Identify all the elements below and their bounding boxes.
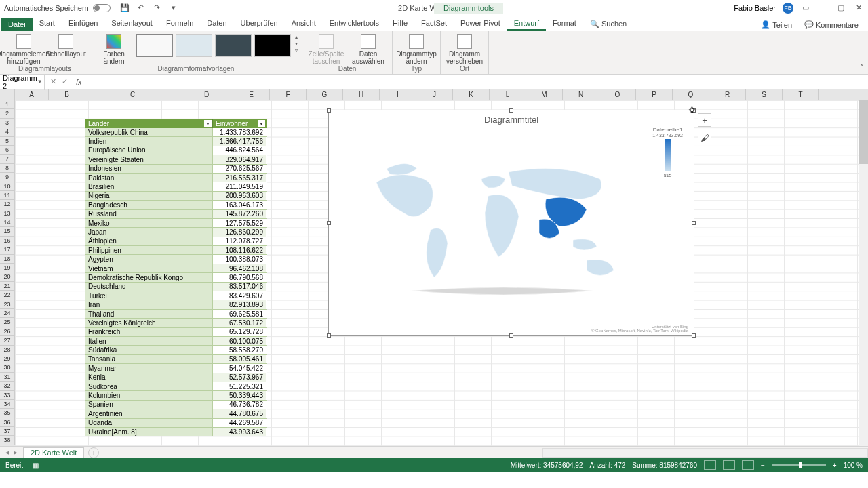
row-header[interactable]: 7 — [0, 155, 15, 163]
chart-style-2[interactable] — [176, 34, 212, 57]
autosave-toggle[interactable]: Automatisches Speichern — [4, 4, 111, 12]
resize-handle[interactable] — [327, 108, 331, 113]
column-header[interactable]: P — [636, 89, 673, 100]
cell-population[interactable]: 1.366.417.756 — [213, 137, 266, 145]
cell-country[interactable]: Tansania — [85, 355, 213, 363]
row-header[interactable]: 25 — [0, 318, 15, 327]
table-row[interactable]: Italien60.100.075 — [85, 337, 267, 346]
row-header[interactable]: 22 — [0, 291, 15, 300]
row-header[interactable]: 28 — [0, 346, 15, 354]
cell-population[interactable]: 50.339.443 — [213, 391, 266, 399]
row-header[interactable]: 33 — [0, 391, 15, 400]
toggle-switch-icon[interactable] — [93, 4, 111, 12]
tab-factset[interactable]: FactSet — [414, 17, 454, 30]
row-header[interactable]: 29 — [0, 354, 15, 363]
maximize-icon[interactable]: ▢ — [835, 3, 846, 14]
tab-entwicklertools[interactable]: Entwicklertools — [323, 17, 386, 30]
row-header[interactable]: 2 — [0, 109, 15, 118]
cell-country[interactable]: Kenia — [85, 373, 213, 382]
ribbon-display-icon[interactable]: ▭ — [800, 3, 811, 14]
table-row[interactable]: Kenia52.573.967 — [85, 373, 267, 382]
filter-dropdown-icon[interactable]: ▼ — [204, 120, 212, 127]
quick-layout-button[interactable]: Schnelllayout — [46, 34, 85, 58]
column-header[interactable]: D — [180, 89, 233, 100]
cell-population[interactable]: 100.388.073 — [213, 255, 266, 263]
cell-population[interactable]: 44.269.587 — [213, 419, 266, 427]
resize-handle[interactable] — [509, 108, 513, 113]
column-header[interactable]: T — [783, 89, 819, 100]
add-sheet-button[interactable]: + — [88, 447, 99, 458]
cell-country[interactable]: Volksrepublik China — [85, 128, 213, 136]
add-chart-element-button[interactable]: Diagrammelement hinzufügen — [4, 34, 43, 65]
column-header[interactable]: G — [307, 89, 343, 100]
row-header[interactable]: 4 — [0, 127, 15, 136]
cell-population[interactable]: 86.790.568 — [213, 273, 266, 281]
tab-seitenlayout[interactable]: Seitenlayout — [104, 17, 159, 30]
cell-country[interactable]: Indien — [85, 137, 213, 145]
zoom-slider[interactable] — [772, 464, 826, 466]
table-row[interactable]: Vereinigte Staaten329.064.917 — [85, 155, 267, 164]
cell-country[interactable]: Indonesien — [85, 165, 213, 173]
select-data-button[interactable]: Daten auswählen — [349, 34, 388, 65]
row-header[interactable]: 9 — [0, 173, 15, 182]
cell-country[interactable]: Argentinien — [85, 409, 213, 418]
comments-button[interactable]: 💬Kommentare — [800, 19, 863, 30]
cell-population[interactable]: 58.005.461 — [213, 355, 266, 363]
qat-customize-icon[interactable]: ▾ — [169, 3, 178, 13]
row-header[interactable]: 14 — [0, 218, 15, 227]
switch-row-col-button[interactable]: Zeile/Spalte tauschen — [307, 34, 346, 65]
chart-title[interactable]: Diagrammtitel — [329, 110, 694, 125]
table-row[interactable]: Demokratische Republik Kongo86.790.568 — [85, 273, 267, 282]
cell-population[interactable]: 83.517.046 — [213, 283, 266, 291]
table-row[interactable]: Europäische Union446.824.564 — [85, 146, 267, 155]
cell-country[interactable]: Ägypten — [85, 255, 213, 263]
row-header[interactable]: 6 — [0, 146, 15, 155]
cell-country[interactable]: Russland — [85, 210, 213, 218]
sheet-nav-next-icon[interactable]: ▸ — [14, 448, 18, 457]
row-header[interactable]: 18 — [0, 255, 15, 264]
table-header-population[interactable]: Einwohner▼ — [213, 119, 266, 128]
cell-population[interactable]: 163.046.173 — [213, 201, 266, 209]
cell-population[interactable]: 83.429.607 — [213, 291, 266, 300]
table-row[interactable]: Philippinen108.116.622 — [85, 246, 267, 255]
cell-population[interactable]: 82.913.893 — [213, 300, 266, 308]
cell-country[interactable]: Japan — [85, 228, 213, 236]
table-row[interactable]: Japan126.860.299 — [85, 228, 267, 237]
resize-handle[interactable] — [327, 221, 331, 225]
cell-population[interactable]: 58.558.270 — [213, 346, 266, 354]
column-header[interactable]: F — [270, 89, 307, 100]
row-header[interactable]: 8 — [0, 164, 15, 173]
cell-population[interactable]: 46.736.782 — [213, 401, 266, 409]
tab-format[interactable]: Format — [546, 17, 583, 30]
tab-power pivot[interactable]: Power Pivot — [454, 17, 507, 30]
table-row[interactable]: Tansania58.005.461 — [85, 355, 267, 364]
cell-country[interactable]: Iran — [85, 300, 213, 308]
row-header[interactable]: 31 — [0, 373, 15, 382]
cell-country[interactable]: Thailand — [85, 310, 213, 318]
row-header[interactable]: 36 — [0, 418, 15, 427]
column-header[interactable]: J — [416, 89, 453, 100]
table-row[interactable]: Myanmar54.045.422 — [85, 364, 267, 373]
cell-population[interactable]: 108.116.622 — [213, 246, 266, 254]
chart-styles-button[interactable]: 🖌 — [698, 131, 711, 144]
column-header[interactable]: S — [746, 89, 783, 100]
chart-style-4[interactable] — [254, 34, 291, 57]
table-header-countries[interactable]: Länder▼ — [85, 119, 213, 128]
cell-population[interactable]: 43.993.643 — [213, 428, 266, 436]
tab-entwurf[interactable]: Entwurf — [507, 17, 546, 30]
column-header[interactable]: I — [380, 89, 416, 100]
cell-country[interactable]: Italien — [85, 337, 213, 345]
cell-country[interactable]: Vereinigte Staaten — [85, 155, 213, 163]
tab-start[interactable]: Start — [33, 17, 62, 30]
table-row[interactable]: Ukraine[Anm. 8]43.993.643 — [85, 428, 267, 436]
row-header[interactable]: 27 — [0, 336, 15, 345]
column-header[interactable]: B — [49, 89, 85, 100]
cell-country[interactable]: Vietnam — [85, 264, 213, 272]
table-row[interactable]: Mexiko127.575.529 — [85, 219, 267, 228]
cell-population[interactable]: 200.963.603 — [213, 192, 266, 200]
row-header[interactable]: 10 — [0, 182, 15, 191]
cell-population[interactable]: 270.625.567 — [213, 165, 266, 173]
scrollbar-thumb[interactable] — [859, 100, 868, 164]
resize-handle[interactable] — [327, 333, 331, 338]
column-header[interactable]: O — [599, 89, 636, 100]
